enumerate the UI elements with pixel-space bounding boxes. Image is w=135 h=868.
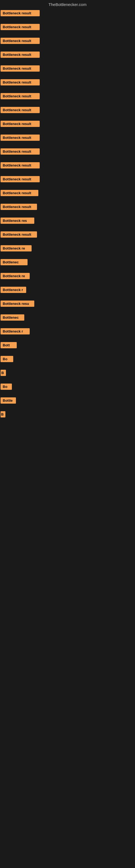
bottom-spacer-2	[0, 441, 135, 458]
list-item: Bottleneck result	[0, 93, 135, 99]
bottleneck-bar-17[interactable]: Bottleneck result	[1, 231, 37, 238]
list-item: Bottleneck result	[0, 10, 135, 16]
list-item: Bottleneck res	[0, 218, 135, 224]
bottleneck-bar-20[interactable]: Bottleneck re	[1, 273, 30, 279]
list-item: Bottleneck re	[0, 245, 135, 251]
list-item: Bottleneck result	[0, 148, 135, 155]
list-item: Bottleneck result	[0, 231, 135, 238]
bottleneck-bar-28[interactable]: Bo	[1, 383, 12, 390]
bottleneck-bar-7[interactable]: Bottleneck result	[1, 93, 40, 99]
list-item: Bottleneck resu	[0, 301, 135, 307]
bottleneck-bar-12[interactable]: Bottleneck result	[1, 162, 40, 168]
bottleneck-bar-19[interactable]: Bottlenec	[1, 259, 28, 265]
bottleneck-bar-8[interactable]: Bottleneck result	[1, 107, 40, 113]
bottleneck-bar-2[interactable]: Bottleneck result	[1, 24, 40, 30]
bottleneck-bar-6[interactable]: Bottleneck result	[1, 79, 40, 86]
list-item: Bottleneck re	[0, 273, 135, 279]
list-item: Bottleneck result	[0, 190, 135, 196]
bottleneck-bar-10[interactable]: Bottleneck result	[1, 134, 40, 141]
list-item: B	[0, 411, 135, 417]
list-item: Bott	[0, 342, 135, 348]
list-item: B	[0, 370, 135, 376]
list-item: Bottle	[0, 397, 135, 404]
list-item: Bottleneck r	[0, 287, 135, 293]
bottleneck-bar-11[interactable]: Bottleneck result	[1, 148, 40, 155]
bottleneck-bar-25[interactable]: Bott	[1, 342, 17, 348]
bottleneck-bar-16[interactable]: Bottleneck res	[1, 218, 34, 224]
bottleneck-bar-22[interactable]: Bottleneck resu	[1, 301, 34, 307]
list-item: Bo	[0, 383, 135, 390]
list-item: Bottleneck result	[0, 134, 135, 141]
bottleneck-bar-18[interactable]: Bottleneck re	[1, 245, 32, 251]
list-item: Bottlenec	[0, 259, 135, 265]
page-container: TheBottlenecker.com Bottleneck result Bo…	[0, 0, 135, 474]
bottleneck-bar-15[interactable]: Bottleneck result	[1, 204, 37, 210]
bottleneck-bar-1[interactable]: Bottleneck result	[1, 10, 40, 16]
list-item: Bottleneck result	[0, 79, 135, 86]
bottleneck-bar-23[interactable]: Bottlenec	[1, 314, 24, 321]
bottom-spacer	[0, 425, 135, 441]
bottleneck-bar-14[interactable]: Bottleneck result	[1, 190, 38, 196]
bottleneck-bar-5[interactable]: Bottleneck result	[1, 65, 40, 72]
list-item: Bottleneck result	[0, 162, 135, 168]
list-item: Bottleneck result	[0, 65, 135, 72]
bottleneck-bar-29[interactable]: Bottle	[1, 397, 16, 404]
list-item: Bottleneck result	[0, 204, 135, 210]
list-item: Bottleneck result	[0, 52, 135, 58]
bottleneck-bar-26[interactable]: Bo	[1, 356, 13, 362]
bottleneck-bar-27[interactable]: B	[1, 370, 6, 376]
list-item: Bottleneck result	[0, 107, 135, 113]
list-item: Bottleneck result	[0, 176, 135, 182]
list-item: Bottleneck result	[0, 121, 135, 127]
bottleneck-bar-4[interactable]: Bottleneck result	[1, 52, 40, 58]
list-item: Bottlenec	[0, 314, 135, 321]
bottleneck-bar-24[interactable]: Bottleneck r	[1, 328, 30, 335]
list-item: Bottleneck result	[0, 24, 135, 30]
site-header: TheBottlenecker.com	[0, 0, 135, 10]
bottleneck-bar-3[interactable]: Bottleneck result	[1, 38, 40, 44]
site-title: TheBottlenecker.com	[49, 2, 87, 7]
list-item: Bottleneck r	[0, 328, 135, 335]
bottleneck-bar-30[interactable]: B	[1, 411, 5, 417]
list-item: Bo	[0, 356, 135, 362]
bottleneck-bar-13[interactable]: Bottleneck result	[1, 176, 40, 182]
bottleneck-bar-9[interactable]: Bottleneck result	[1, 121, 40, 127]
list-item: Bottleneck result	[0, 38, 135, 44]
bottom-spacer-3	[0, 458, 135, 474]
bottleneck-bar-21[interactable]: Bottleneck r	[1, 287, 26, 293]
